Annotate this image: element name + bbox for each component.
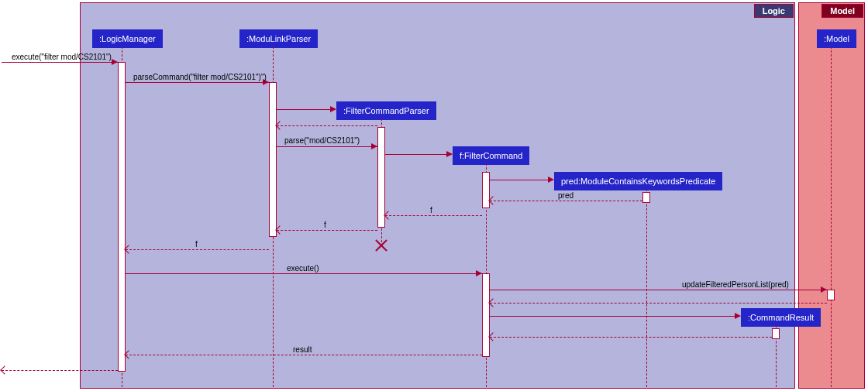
label-m2: parseCommand("filter mod/CS2101")") xyxy=(133,73,267,81)
participant-modulinkparser: :ModuLinkParser xyxy=(239,29,318,48)
activation-filtercommand-1 xyxy=(482,172,490,208)
arrow-create-pred xyxy=(490,180,553,180)
arrow-m5 xyxy=(385,215,482,216)
arrowhead-m8 xyxy=(476,270,482,276)
participant-predicate: pred:ModuleContainsKeywordsPredicate xyxy=(554,172,722,190)
arrowhead-m9 xyxy=(821,286,827,293)
arrow-m1 xyxy=(2,62,118,63)
activation-filtercommandparser xyxy=(377,127,385,228)
arrow-m7 xyxy=(126,249,269,250)
arrow-m9-ret xyxy=(490,303,827,304)
label-m5: f xyxy=(430,206,432,214)
model-box: Model xyxy=(798,2,865,389)
label-m1: execute("filter mod/CS2101") xyxy=(12,53,112,61)
participant-commandresult: :CommandResult xyxy=(741,308,821,327)
label-m9: updateFilteredPersonList(pred) xyxy=(682,280,789,289)
arrow-m3 xyxy=(277,146,377,147)
activation-commandresult xyxy=(772,328,780,339)
arrow-create-fc xyxy=(385,154,452,155)
participant-logicmanager: :LogicManager xyxy=(92,29,163,48)
label-m10: result xyxy=(293,345,312,354)
destroy-fcp-icon xyxy=(375,239,388,252)
activation-model xyxy=(827,290,835,300)
label-m3: parse("mod/CS2101") xyxy=(284,136,360,145)
arrowhead-create-cr xyxy=(735,313,741,319)
label-m8: execute() xyxy=(287,264,319,273)
participant-model: :Model xyxy=(817,29,856,48)
arrow-m4 xyxy=(490,201,642,201)
arrowhead-create-fcp xyxy=(330,106,336,112)
arrow-m10 xyxy=(126,355,482,355)
arrow-m6 xyxy=(277,230,377,231)
arrowhead-m1 xyxy=(112,59,118,65)
participant-filtercommandparser: :FilterCommandParser xyxy=(336,101,436,120)
label-m4: pred xyxy=(558,191,574,200)
arrow-create-fcp xyxy=(277,109,336,110)
participant-filtercommand: f:FilterCommand xyxy=(453,146,529,165)
label-m7: f xyxy=(195,240,198,249)
arrow-m2 xyxy=(126,82,269,83)
activation-predicate xyxy=(642,192,650,203)
arrow-m8 xyxy=(126,273,482,274)
arrow-create-fcp-ret xyxy=(277,125,377,126)
arrowhead-create-pred xyxy=(548,177,554,183)
arrowhead-m3 xyxy=(371,143,377,149)
arrow-m9 xyxy=(490,290,827,290)
logic-title: Logic xyxy=(754,4,794,18)
arrow-final-ret xyxy=(2,370,118,371)
activation-modulinkparser xyxy=(269,82,277,237)
arrowhead-create-fc xyxy=(446,151,453,157)
lifeline-predicate xyxy=(646,189,647,387)
arrow-create-cr-ret xyxy=(490,337,772,338)
activation-logicmanager xyxy=(118,62,126,372)
label-m6: f xyxy=(324,221,326,229)
logic-box: Logic xyxy=(80,2,795,389)
arrowhead-final-ret xyxy=(0,365,9,374)
activation-filtercommand-2 xyxy=(482,273,490,357)
lifeline-model xyxy=(831,46,832,387)
model-title: Model xyxy=(822,4,863,18)
arrow-create-cr xyxy=(490,316,740,317)
